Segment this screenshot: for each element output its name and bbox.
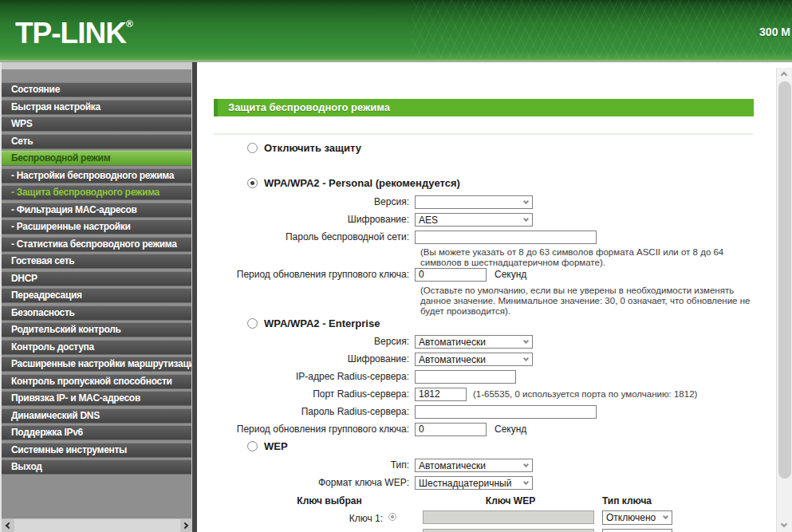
form-row-enterprise-gkup: Период обновления группового ключа: Секу… [197, 422, 526, 436]
personal-version-label: Версия: [197, 196, 415, 207]
sidebar-item[interactable]: Безопасность [2, 305, 191, 320]
sidebar-item[interactable]: - Фильтрация MAC-адресов [2, 203, 191, 217]
form-row-wireless-password: Пароль беспроводной сети: [197, 230, 597, 244]
sidebar-item[interactable]: DHCP [2, 271, 191, 286]
radius-port-note: (1-65535, 0 используется порта по умолча… [473, 389, 697, 399]
chevron-right-icon [182, 522, 188, 528]
sidebar-item[interactable]: Контроль пропускной способности [2, 374, 191, 388]
chevron-up-icon [781, 72, 787, 78]
enterprise-encryption-label: Шифрование: [197, 353, 415, 365]
form-row-enterprise-encryption: Шифрование: Автоматически [197, 352, 533, 366]
sidebar-item[interactable]: Расширенные настройки маршрутизации [2, 357, 191, 371]
chevron-down-icon [523, 479, 529, 484]
radio-wpa-personal[interactable] [247, 178, 258, 188]
radio-wpa-enterprise[interactable] [247, 318, 258, 329]
personal-gkup-input[interactable] [415, 268, 487, 282]
wep-type-select[interactable]: Автоматически [415, 459, 533, 472]
personal-gkup-label: Период обновления группового ключа: [197, 269, 415, 280]
radio-wep-key1[interactable] [388, 513, 396, 521]
enterprise-gkup-input[interactable] [415, 423, 487, 436]
form-row-personal-gkup: Период обновления группового ключа: Секу… [197, 267, 526, 282]
wep-col-key-type: Тип ключа [602, 495, 652, 506]
personal-version-select[interactable] [415, 195, 533, 209]
header: TP-LINK® 300 M [0, 0, 792, 62]
router-admin-page: TP-LINK® 300 M СостояниеБыстрая настройк… [0, 0, 792, 532]
sidebar-horizontal-scrollbar[interactable] [2, 518, 193, 532]
option-label-wep[interactable]: WEP [264, 440, 288, 452]
chevron-down-icon [523, 215, 529, 221]
sidebar-item[interactable]: Выход [2, 459, 191, 474]
password-note: (Вы можете указать от 8 до 63 символов ф… [420, 247, 759, 268]
wep-key1-type-select[interactable]: Отключено [602, 510, 672, 525]
radius-port-input[interactable] [415, 388, 467, 401]
sidebar-item[interactable]: Быстрая настройка [2, 100, 191, 114]
form-row-enterprise-version: Версия: Автоматически [197, 334, 533, 349]
sidebar-nav: СостояниеБыстрая настройкаWPSСетьБеспров… [0, 62, 191, 532]
option-label-wpa-enterprise[interactable]: WPA/WPA2 - Enterprise [264, 317, 380, 329]
wep-key1-input[interactable] [423, 510, 594, 524]
option-row-wep: WEP [247, 440, 288, 452]
sidebar-item[interactable]: Сеть [2, 134, 191, 148]
sidebar-item[interactable]: Контроль доступа [2, 340, 191, 354]
chevron-down-icon [781, 521, 787, 527]
sidebar-item[interactable]: Состояние [2, 82, 191, 97]
form-row-personal-encryption: Шифрование: AES [197, 212, 533, 227]
chevron-down-icon [523, 355, 529, 361]
enterprise-version-value: Автоматически [419, 337, 486, 348]
radio-wep[interactable] [247, 441, 258, 451]
scroll-down-button[interactable] [777, 519, 792, 532]
enterprise-version-select[interactable]: Автоматически [415, 335, 533, 349]
chevron-down-icon [523, 198, 529, 203]
option-row-disable-security: Отключить защиту [247, 142, 361, 154]
radius-password-label: Пароль Radius-сервера: [197, 406, 415, 417]
wireless-password-input[interactable] [415, 231, 597, 244]
wep-key2-input[interactable] [423, 529, 594, 532]
sidebar-item[interactable]: - Защита беспроводного режима [2, 185, 191, 199]
sidebar-item[interactable]: Родительский контроль [2, 322, 191, 337]
radio-disable-security[interactable] [247, 143, 258, 153]
main-content: Защита беспроводного режима Отключить за… [197, 62, 776, 532]
option-label-disable-security[interactable]: Отключить защиту [264, 142, 361, 154]
form-row-radius-password: Пароль Radius-сервера: [197, 404, 597, 419]
tplink-logo: TP-LINK® [15, 17, 133, 50]
sidebar-item[interactable]: - Расширенные настройки [2, 219, 191, 234]
enterprise-encryption-select[interactable]: Автоматически [415, 353, 533, 366]
form-row-personal-version: Версия: [197, 195, 533, 209]
enterprise-gkup-label: Период обновления группового ключа: [197, 424, 415, 435]
personal-encryption-select[interactable]: AES [415, 213, 533, 227]
chevron-down-icon [523, 337, 529, 343]
vertical-scrollbar-thumb[interactable] [778, 81, 791, 479]
wep-key1-type-value: Отключено [606, 512, 656, 523]
sidebar-item[interactable]: Переадресация [2, 288, 191, 302]
personal-gkup-unit: Секунд [495, 269, 526, 280]
sidebar-item[interactable]: Динамический DNS [2, 408, 191, 423]
radius-ip-input[interactable] [415, 370, 516, 384]
wep-key1-label: Ключ 1: [197, 513, 383, 524]
sidebar-item[interactable]: Гостевая сеть [2, 254, 191, 268]
radius-password-input[interactable] [415, 405, 597, 419]
sidebar-item[interactable]: - Статистика беспроводного режима [2, 237, 191, 251]
option-label-wpa-personal[interactable]: WPA/WPA2 - Personal (рекомендуется) [264, 177, 460, 189]
sidebar-item[interactable]: WPS [2, 116, 191, 131]
header-hatch-pattern [412, 0, 792, 57]
enterprise-version-label: Версия: [197, 336, 415, 347]
chevron-down-icon [663, 514, 668, 519]
sidebar-content-divider [191, 62, 197, 532]
sidebar-item[interactable]: Привязка IP- и MAC-адресов [2, 391, 191, 405]
sidebar-item[interactable]: Беспроводной режим [2, 151, 191, 165]
sidebar-item[interactable]: Поддержка IPv6 [2, 425, 191, 439]
scroll-up-button[interactable] [777, 68, 792, 81]
option-row-wpa-personal: WPA/WPA2 - Personal (рекомендуется) [247, 177, 460, 189]
page-title: Защита беспроводного режима [214, 99, 754, 116]
wep-key2-type-select[interactable] [602, 529, 672, 532]
wep-type-value: Автоматически [419, 460, 486, 471]
vertical-scrollbar[interactable] [776, 68, 792, 532]
wep-format-select[interactable]: Шестнадцатеричный [415, 476, 533, 490]
sidebar-item[interactable]: Системные инструменты [2, 443, 191, 457]
chevron-left-icon [6, 522, 12, 528]
wep-format-label: Формат ключа WEP: [197, 477, 415, 488]
form-row-wep-format: Формат ключа WEP: Шестнадцатеричный [197, 475, 533, 490]
radius-ip-label: IP-адрес Radius-сервера: [197, 371, 415, 382]
sidebar-item[interactable]: - Настройки беспроводного режима [2, 168, 191, 183]
scroll-left-button[interactable] [2, 519, 14, 532]
